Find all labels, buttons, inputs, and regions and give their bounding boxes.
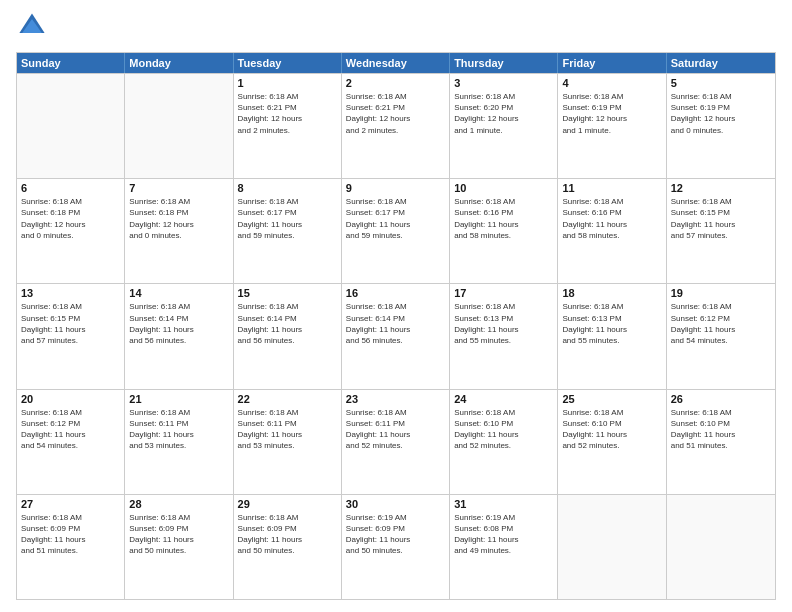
day-info: Sunrise: 6:19 AM Sunset: 6:09 PM Dayligh… bbox=[346, 512, 445, 557]
day-info: Sunrise: 6:18 AM Sunset: 6:11 PM Dayligh… bbox=[238, 407, 337, 452]
calendar-cell: 8Sunrise: 6:18 AM Sunset: 6:17 PM Daylig… bbox=[234, 179, 342, 283]
calendar-cell: 25Sunrise: 6:18 AM Sunset: 6:10 PM Dayli… bbox=[558, 390, 666, 494]
calendar-cell: 15Sunrise: 6:18 AM Sunset: 6:14 PM Dayli… bbox=[234, 284, 342, 388]
day-info: Sunrise: 6:18 AM Sunset: 6:14 PM Dayligh… bbox=[238, 301, 337, 346]
day-number: 16 bbox=[346, 287, 445, 299]
calendar: SundayMondayTuesdayWednesdayThursdayFrid… bbox=[16, 52, 776, 600]
day-number: 20 bbox=[21, 393, 120, 405]
day-number: 31 bbox=[454, 498, 553, 510]
day-number: 23 bbox=[346, 393, 445, 405]
header bbox=[16, 12, 776, 44]
day-number: 30 bbox=[346, 498, 445, 510]
day-number: 8 bbox=[238, 182, 337, 194]
day-number: 4 bbox=[562, 77, 661, 89]
day-info: Sunrise: 6:18 AM Sunset: 6:10 PM Dayligh… bbox=[454, 407, 553, 452]
calendar-cell: 16Sunrise: 6:18 AM Sunset: 6:14 PM Dayli… bbox=[342, 284, 450, 388]
day-header-thursday: Thursday bbox=[450, 53, 558, 73]
day-info: Sunrise: 6:18 AM Sunset: 6:16 PM Dayligh… bbox=[562, 196, 661, 241]
day-info: Sunrise: 6:18 AM Sunset: 6:18 PM Dayligh… bbox=[21, 196, 120, 241]
calendar-cell: 12Sunrise: 6:18 AM Sunset: 6:15 PM Dayli… bbox=[667, 179, 775, 283]
day-info: Sunrise: 6:18 AM Sunset: 6:15 PM Dayligh… bbox=[21, 301, 120, 346]
calendar-cell bbox=[667, 495, 775, 599]
day-number: 21 bbox=[129, 393, 228, 405]
calendar-cell bbox=[558, 495, 666, 599]
calendar-row: 6Sunrise: 6:18 AM Sunset: 6:18 PM Daylig… bbox=[17, 178, 775, 283]
calendar-cell: 19Sunrise: 6:18 AM Sunset: 6:12 PM Dayli… bbox=[667, 284, 775, 388]
calendar-cell: 14Sunrise: 6:18 AM Sunset: 6:14 PM Dayli… bbox=[125, 284, 233, 388]
day-number: 12 bbox=[671, 182, 771, 194]
day-number: 13 bbox=[21, 287, 120, 299]
calendar-row: 27Sunrise: 6:18 AM Sunset: 6:09 PM Dayli… bbox=[17, 494, 775, 599]
day-info: Sunrise: 6:18 AM Sunset: 6:13 PM Dayligh… bbox=[454, 301, 553, 346]
day-header-sunday: Sunday bbox=[17, 53, 125, 73]
day-header-wednesday: Wednesday bbox=[342, 53, 450, 73]
day-header-tuesday: Tuesday bbox=[234, 53, 342, 73]
day-info: Sunrise: 6:18 AM Sunset: 6:11 PM Dayligh… bbox=[129, 407, 228, 452]
day-number: 18 bbox=[562, 287, 661, 299]
day-info: Sunrise: 6:18 AM Sunset: 6:17 PM Dayligh… bbox=[238, 196, 337, 241]
day-number: 11 bbox=[562, 182, 661, 194]
calendar-row: 20Sunrise: 6:18 AM Sunset: 6:12 PM Dayli… bbox=[17, 389, 775, 494]
day-info: Sunrise: 6:18 AM Sunset: 6:14 PM Dayligh… bbox=[346, 301, 445, 346]
day-number: 25 bbox=[562, 393, 661, 405]
day-number: 6 bbox=[21, 182, 120, 194]
day-info: Sunrise: 6:18 AM Sunset: 6:19 PM Dayligh… bbox=[671, 91, 771, 136]
day-info: Sunrise: 6:18 AM Sunset: 6:10 PM Dayligh… bbox=[671, 407, 771, 452]
calendar-cell: 2Sunrise: 6:18 AM Sunset: 6:21 PM Daylig… bbox=[342, 74, 450, 178]
calendar-cell: 28Sunrise: 6:18 AM Sunset: 6:09 PM Dayli… bbox=[125, 495, 233, 599]
day-info: Sunrise: 6:18 AM Sunset: 6:13 PM Dayligh… bbox=[562, 301, 661, 346]
day-info: Sunrise: 6:18 AM Sunset: 6:20 PM Dayligh… bbox=[454, 91, 553, 136]
calendar-cell: 26Sunrise: 6:18 AM Sunset: 6:10 PM Dayli… bbox=[667, 390, 775, 494]
day-info: Sunrise: 6:18 AM Sunset: 6:17 PM Dayligh… bbox=[346, 196, 445, 241]
calendar-cell: 7Sunrise: 6:18 AM Sunset: 6:18 PM Daylig… bbox=[125, 179, 233, 283]
day-info: Sunrise: 6:18 AM Sunset: 6:18 PM Dayligh… bbox=[129, 196, 228, 241]
day-info: Sunrise: 6:18 AM Sunset: 6:09 PM Dayligh… bbox=[129, 512, 228, 557]
day-header-friday: Friday bbox=[558, 53, 666, 73]
calendar-cell: 30Sunrise: 6:19 AM Sunset: 6:09 PM Dayli… bbox=[342, 495, 450, 599]
calendar-header: SundayMondayTuesdayWednesdayThursdayFrid… bbox=[17, 53, 775, 73]
calendar-cell: 22Sunrise: 6:18 AM Sunset: 6:11 PM Dayli… bbox=[234, 390, 342, 494]
day-info: Sunrise: 6:18 AM Sunset: 6:21 PM Dayligh… bbox=[346, 91, 445, 136]
calendar-cell: 1Sunrise: 6:18 AM Sunset: 6:21 PM Daylig… bbox=[234, 74, 342, 178]
day-number: 2 bbox=[346, 77, 445, 89]
day-number: 26 bbox=[671, 393, 771, 405]
day-info: Sunrise: 6:18 AM Sunset: 6:10 PM Dayligh… bbox=[562, 407, 661, 452]
logo bbox=[16, 12, 50, 44]
day-info: Sunrise: 6:18 AM Sunset: 6:14 PM Dayligh… bbox=[129, 301, 228, 346]
day-info: Sunrise: 6:18 AM Sunset: 6:16 PM Dayligh… bbox=[454, 196, 553, 241]
day-number: 14 bbox=[129, 287, 228, 299]
page: SundayMondayTuesdayWednesdayThursdayFrid… bbox=[0, 0, 792, 612]
calendar-cell: 13Sunrise: 6:18 AM Sunset: 6:15 PM Dayli… bbox=[17, 284, 125, 388]
calendar-cell: 11Sunrise: 6:18 AM Sunset: 6:16 PM Dayli… bbox=[558, 179, 666, 283]
day-number: 9 bbox=[346, 182, 445, 194]
day-header-saturday: Saturday bbox=[667, 53, 775, 73]
day-header-monday: Monday bbox=[125, 53, 233, 73]
calendar-row: 13Sunrise: 6:18 AM Sunset: 6:15 PM Dayli… bbox=[17, 283, 775, 388]
day-info: Sunrise: 6:19 AM Sunset: 6:08 PM Dayligh… bbox=[454, 512, 553, 557]
calendar-row: 1Sunrise: 6:18 AM Sunset: 6:21 PM Daylig… bbox=[17, 73, 775, 178]
calendar-cell: 9Sunrise: 6:18 AM Sunset: 6:17 PM Daylig… bbox=[342, 179, 450, 283]
day-info: Sunrise: 6:18 AM Sunset: 6:15 PM Dayligh… bbox=[671, 196, 771, 241]
calendar-cell: 24Sunrise: 6:18 AM Sunset: 6:10 PM Dayli… bbox=[450, 390, 558, 494]
calendar-cell: 20Sunrise: 6:18 AM Sunset: 6:12 PM Dayli… bbox=[17, 390, 125, 494]
calendar-cell: 31Sunrise: 6:19 AM Sunset: 6:08 PM Dayli… bbox=[450, 495, 558, 599]
day-number: 7 bbox=[129, 182, 228, 194]
calendar-cell: 6Sunrise: 6:18 AM Sunset: 6:18 PM Daylig… bbox=[17, 179, 125, 283]
calendar-cell: 21Sunrise: 6:18 AM Sunset: 6:11 PM Dayli… bbox=[125, 390, 233, 494]
day-number: 27 bbox=[21, 498, 120, 510]
calendar-cell: 5Sunrise: 6:18 AM Sunset: 6:19 PM Daylig… bbox=[667, 74, 775, 178]
calendar-cell: 23Sunrise: 6:18 AM Sunset: 6:11 PM Dayli… bbox=[342, 390, 450, 494]
calendar-cell: 4Sunrise: 6:18 AM Sunset: 6:19 PM Daylig… bbox=[558, 74, 666, 178]
calendar-cell bbox=[17, 74, 125, 178]
day-number: 5 bbox=[671, 77, 771, 89]
calendar-cell: 18Sunrise: 6:18 AM Sunset: 6:13 PM Dayli… bbox=[558, 284, 666, 388]
day-number: 3 bbox=[454, 77, 553, 89]
logo-icon bbox=[18, 12, 46, 40]
calendar-cell bbox=[125, 74, 233, 178]
day-number: 22 bbox=[238, 393, 337, 405]
day-info: Sunrise: 6:18 AM Sunset: 6:21 PM Dayligh… bbox=[238, 91, 337, 136]
calendar-body: 1Sunrise: 6:18 AM Sunset: 6:21 PM Daylig… bbox=[17, 73, 775, 599]
day-info: Sunrise: 6:18 AM Sunset: 6:19 PM Dayligh… bbox=[562, 91, 661, 136]
day-info: Sunrise: 6:18 AM Sunset: 6:09 PM Dayligh… bbox=[238, 512, 337, 557]
day-info: Sunrise: 6:18 AM Sunset: 6:12 PM Dayligh… bbox=[671, 301, 771, 346]
